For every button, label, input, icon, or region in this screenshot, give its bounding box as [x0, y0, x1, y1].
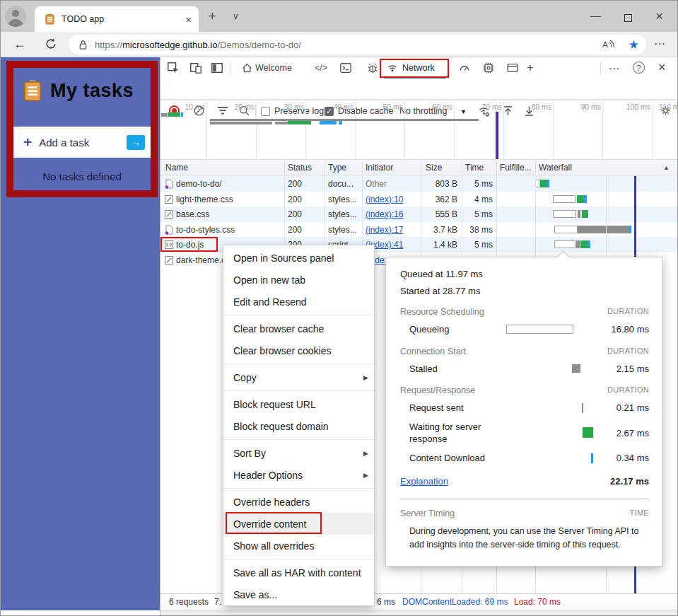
- request-name[interactable]: demo-to-do/: [176, 179, 222, 189]
- tab-welcome-label[interactable]: Welcome: [255, 63, 292, 73]
- memory-button[interactable]: [481, 61, 496, 75]
- device-emulation-button[interactable]: [189, 61, 203, 75]
- menu-item-label: Block request domain: [233, 421, 368, 432]
- browser-tab[interactable]: TODO app ×: [35, 6, 199, 32]
- menu-item-block-request-url[interactable]: Block request URL: [223, 393, 374, 415]
- phase-stalled: Stalled: [400, 363, 506, 376]
- ruler-tick: 40 ms: [315, 103, 353, 111]
- request-name[interactable]: light-theme.css: [176, 194, 233, 204]
- dock-icon: [211, 62, 223, 74]
- devtools-close-button[interactable]: ×: [658, 61, 666, 74]
- menu-item-label: Clear browser cookies: [233, 345, 368, 356]
- todo-favicon: [45, 13, 55, 25]
- table-row[interactable]: light-theme.css 200 styles... (index):10…: [160, 192, 678, 207]
- column-size[interactable]: Size: [426, 163, 442, 173]
- waterfall-bar: [578, 226, 629, 233]
- column-initiator[interactable]: Initiator: [366, 163, 393, 173]
- overview-bar: [210, 119, 479, 121]
- overview-bar: [210, 122, 272, 124]
- add-task-bar[interactable]: + Add a task →: [13, 127, 151, 158]
- request-initiator-link[interactable]: (index):17: [366, 225, 403, 235]
- performance-button[interactable]: [457, 61, 472, 75]
- server-timing-note: During development, you can use the Serv…: [409, 525, 653, 552]
- request-name[interactable]: to-do-styles.css: [176, 225, 235, 235]
- table-row[interactable]: base.css 200 styles... (index):16 555 B …: [160, 207, 678, 222]
- tab-list-chevron-icon[interactable]: ∨: [233, 12, 239, 21]
- help-button[interactable]: ?: [633, 62, 645, 74]
- favorites-star-icon[interactable]: ★: [629, 39, 639, 51]
- column-name[interactable]: Name: [165, 163, 188, 173]
- new-tab-button[interactable]: +: [209, 10, 216, 23]
- request-name[interactable]: base.css: [176, 209, 209, 219]
- column-time[interactable]: Time: [465, 163, 484, 173]
- header-divider: [362, 162, 363, 174]
- menu-item-clear-browser-cache[interactable]: Clear browser cache: [223, 318, 374, 339]
- request-initiator-link[interactable]: (index):10: [366, 194, 403, 204]
- waterfall-bar: [553, 210, 576, 218]
- refresh-button[interactable]: [45, 37, 57, 50]
- profile-avatar[interactable]: [5, 6, 26, 27]
- menu-item-label: Clear browser cache: [233, 323, 368, 335]
- phase-content-download: Content Download: [400, 452, 506, 465]
- menu-item-edit-and-resend[interactable]: Edit and Resend: [223, 291, 374, 313]
- menu-item-clear-browser-cookies[interactable]: Clear browser cookies: [223, 339, 374, 361]
- sort-ascending-icon[interactable]: ▲: [663, 164, 670, 171]
- devtools-more-button[interactable]: ⋯: [609, 63, 619, 74]
- tab-close-icon[interactable]: ×: [185, 14, 192, 25]
- back-button[interactable]: ←: [13, 37, 26, 50]
- phase-waiting: Waiting for server response: [400, 421, 506, 446]
- request-initiator-link[interactable]: (index):16: [366, 209, 403, 219]
- dock-side-button[interactable]: [210, 61, 224, 75]
- load-marker-line: [497, 112, 498, 160]
- column-fulfilled[interactable]: Fulfille...: [500, 163, 532, 173]
- column-status[interactable]: Status: [288, 163, 312, 173]
- read-aloud-icon: A: [602, 39, 616, 50]
- window-maximize-button[interactable]: [624, 12, 632, 25]
- read-aloud-button[interactable]: A: [602, 39, 616, 50]
- debug-button[interactable]: [366, 61, 380, 75]
- menu-item-block-request-domain[interactable]: Block request domain: [223, 415, 374, 437]
- total-duration: 22.17 ms: [448, 476, 649, 487]
- add-task-submit-button[interactable]: →: [127, 135, 145, 150]
- table-row[interactable]: demo-to-do/ 200 docu... Other 803 B 5 ms: [160, 176, 678, 192]
- sources-icon[interactable]: </>: [315, 63, 327, 73]
- column-waterfall[interactable]: Waterfall: [539, 163, 572, 173]
- waterfall-bar: [583, 195, 587, 203]
- menu-item-header-options[interactable]: Header Options▶: [223, 464, 374, 486]
- inspect-element-button[interactable]: [166, 61, 180, 75]
- network-overview[interactable]: 10 ms 20 ms 30 ms 40 ms 50 ms 60 ms 70 m…: [160, 100, 678, 160]
- explanation-link[interactable]: Explanation: [400, 476, 448, 487]
- menu-item-override-headers[interactable]: Override headers: [223, 491, 374, 513]
- menu-item-open-in-sources-panel[interactable]: Open in Sources panel: [223, 247, 374, 269]
- menu-item-save-as[interactable]: Save as...: [223, 583, 374, 605]
- section-connection-start: Connection Start: [400, 347, 607, 356]
- menu-item-save-all-as-har[interactable]: Save all as HAR with content: [223, 562, 374, 583]
- url-path: /Demos/demo-to-do/: [217, 40, 301, 50]
- section-resource-scheduling: Resource Scheduling: [400, 307, 607, 317]
- menu-item-show-all-overrides[interactable]: Show all overrides: [223, 535, 374, 557]
- application-button[interactable]: [505, 61, 520, 75]
- stalled-bar: [572, 364, 580, 373]
- grid-line: [652, 100, 653, 160]
- window-close-button[interactable]: ×: [655, 9, 663, 23]
- more-tabs-button[interactable]: +: [527, 62, 534, 74]
- waterfall-bar: [554, 240, 575, 248]
- table-row[interactable]: to-do-styles.css 200 styles... (index):1…: [160, 222, 678, 238]
- arrow-right-icon: →: [131, 136, 141, 148]
- request-time: 5 ms: [443, 209, 493, 219]
- grid-line: [256, 100, 257, 160]
- header-divider: [496, 162, 497, 174]
- tab-welcome[interactable]: [240, 61, 254, 75]
- window-minimize-button[interactable]: —: [590, 10, 601, 21]
- menu-item-open-in-new-tab[interactable]: Open in new tab: [223, 269, 374, 291]
- request-initiator: Other: [366, 179, 387, 189]
- browser-menu-button[interactable]: ⋯: [654, 38, 665, 50]
- waterfall-bar: [580, 240, 588, 248]
- menu-item-sort-by[interactable]: Sort By▶: [223, 442, 374, 464]
- console-button[interactable]: [339, 61, 353, 75]
- menu-item-copy[interactable]: Copy▶: [223, 366, 374, 388]
- url-field[interactable]: https://microsoftedge.github.io/Demos/de…: [69, 35, 646, 54]
- menu-divider: [223, 315, 374, 315]
- submenu-arrow-icon: ▶: [363, 450, 368, 457]
- column-type[interactable]: Type: [328, 163, 346, 173]
